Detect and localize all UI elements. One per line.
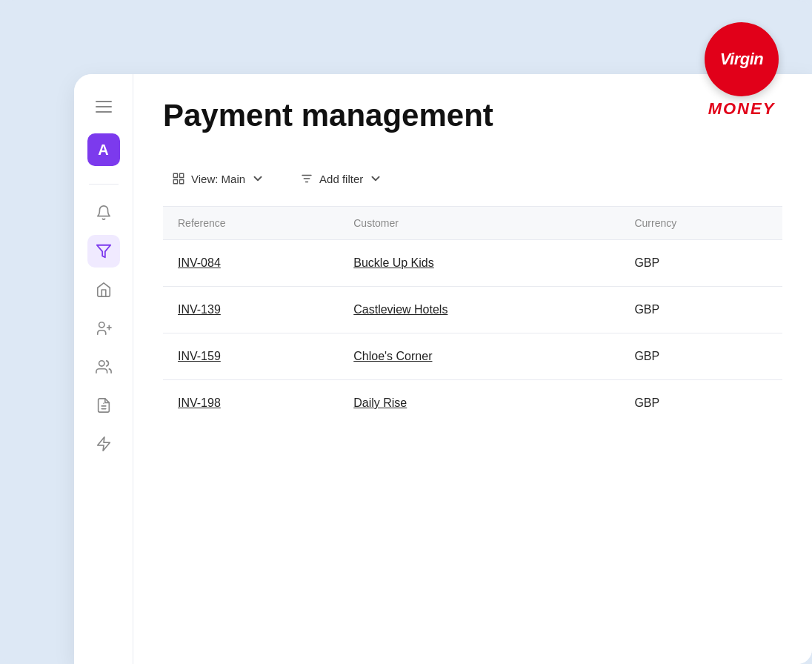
table-row: INV-139Castleview HotelsGBP bbox=[163, 287, 782, 333]
table-row: INV-084Buckle Up KidsGBP bbox=[163, 240, 782, 287]
table-row: INV-159Chloe's CornerGBP bbox=[163, 333, 782, 380]
home-icon bbox=[96, 282, 112, 298]
table-header-row: Reference Customer Currency bbox=[163, 207, 782, 240]
reference-link-2[interactable]: INV-159 bbox=[178, 350, 221, 362]
view-selector-label: View: Main bbox=[191, 173, 245, 185]
svg-rect-8 bbox=[173, 173, 177, 177]
virgin-brand-text: Virgin bbox=[720, 51, 764, 67]
reference-link-0[interactable]: INV-084 bbox=[178, 256, 221, 269]
customer-link-2[interactable]: Chloe's Corner bbox=[353, 350, 432, 362]
svg-rect-10 bbox=[180, 180, 184, 184]
sidebar-item-filter[interactable] bbox=[87, 235, 120, 268]
add-filter-label: Add filter bbox=[319, 173, 363, 185]
filter-lines-icon bbox=[300, 172, 313, 185]
svg-point-3 bbox=[99, 361, 104, 366]
column-header-reference: Reference bbox=[163, 207, 339, 240]
cell-reference: INV-159 bbox=[163, 333, 339, 380]
filter-chevron-icon bbox=[369, 172, 382, 185]
svg-rect-9 bbox=[180, 173, 184, 177]
user-avatar[interactable]: A bbox=[87, 133, 120, 166]
sidebar-item-notifications[interactable] bbox=[87, 196, 120, 229]
sidebar-item-contacts[interactable] bbox=[87, 312, 120, 345]
contacts-icon bbox=[96, 320, 112, 336]
sidebar-item-documents[interactable] bbox=[87, 389, 120, 422]
svg-marker-7 bbox=[97, 437, 110, 451]
cell-currency: GBP bbox=[619, 287, 782, 333]
column-header-customer: Customer bbox=[339, 207, 619, 240]
cell-reference: INV-198 bbox=[163, 380, 339, 427]
page-title: Payment management bbox=[163, 98, 782, 133]
reference-link-1[interactable]: INV-139 bbox=[178, 303, 221, 316]
customer-link-0[interactable]: Buckle Up Kids bbox=[353, 256, 434, 269]
main-content: Payment management View: Main bbox=[133, 74, 812, 664]
add-filter-button[interactable]: Add filter bbox=[291, 166, 391, 191]
team-icon bbox=[96, 359, 112, 375]
hamburger-menu-button[interactable] bbox=[89, 92, 119, 122]
cell-reference: INV-139 bbox=[163, 287, 339, 333]
cell-customer: Castleview Hotels bbox=[339, 287, 619, 333]
svg-rect-11 bbox=[173, 180, 177, 184]
reference-link-3[interactable]: INV-198 bbox=[178, 396, 221, 409]
money-brand-text: mONEY bbox=[708, 99, 776, 119]
cell-customer: Chloe's Corner bbox=[339, 333, 619, 380]
cell-currency: GBP bbox=[619, 333, 782, 380]
cell-reference: INV-084 bbox=[163, 240, 339, 287]
documents-icon bbox=[96, 397, 112, 414]
cell-customer: Daily Rise bbox=[339, 380, 619, 427]
filter-icon bbox=[96, 243, 112, 259]
virgin-circle: Virgin bbox=[705, 22, 779, 96]
view-chevron-icon bbox=[251, 172, 264, 185]
sidebar: A bbox=[74, 74, 133, 664]
column-header-currency: Currency bbox=[619, 207, 782, 240]
svg-point-0 bbox=[99, 322, 104, 328]
app-card: A bbox=[74, 74, 812, 664]
table-section: View: Main Add filter bbox=[163, 154, 782, 426]
cell-customer: Buckle Up Kids bbox=[339, 240, 619, 287]
view-selector-button[interactable]: View: Main bbox=[163, 166, 273, 191]
cell-currency: GBP bbox=[619, 380, 782, 427]
lightning-icon bbox=[96, 436, 112, 452]
sidebar-item-team[interactable] bbox=[87, 351, 120, 383]
virgin-money-logo: Virgin mONEY bbox=[693, 22, 790, 119]
table-toolbar: View: Main Add filter bbox=[163, 154, 782, 207]
customer-link-3[interactable]: Daily Rise bbox=[353, 396, 407, 409]
hamburger-icon bbox=[96, 101, 112, 113]
sidebar-item-home[interactable] bbox=[87, 273, 120, 306]
table-view-icon bbox=[172, 172, 185, 185]
bell-icon bbox=[96, 205, 112, 221]
payment-table: Reference Customer Currency INV-084Buckl… bbox=[163, 207, 782, 426]
sidebar-divider-1 bbox=[89, 184, 119, 185]
sidebar-item-lightning[interactable] bbox=[87, 428, 120, 460]
customer-link-1[interactable]: Castleview Hotels bbox=[353, 303, 447, 316]
cell-currency: GBP bbox=[619, 240, 782, 287]
table-row: INV-198Daily RiseGBP bbox=[163, 380, 782, 427]
